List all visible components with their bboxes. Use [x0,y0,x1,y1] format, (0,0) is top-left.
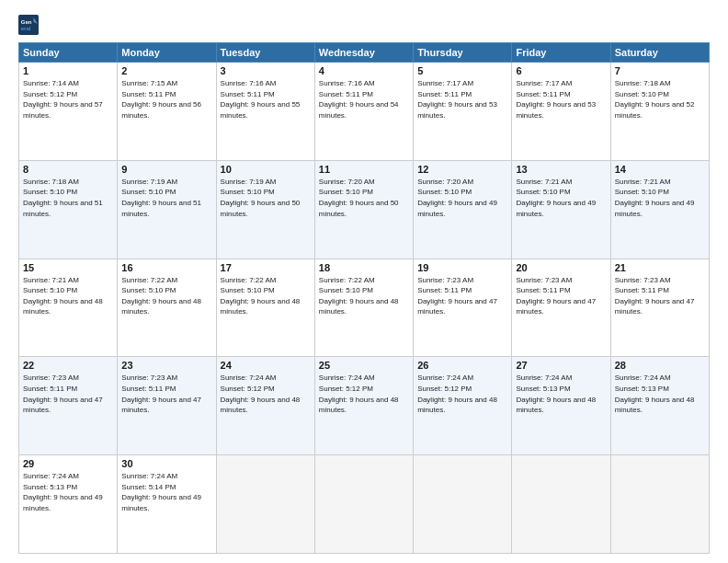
cell-content: Sunrise: 7:21 AMSunset: 5:10 PMDaylight:… [615,177,705,219]
table-row [216,455,314,554]
col-tuesday: Tuesday [216,43,314,63]
day-number: 29 [23,458,113,469]
table-row: 22Sunrise: 7:23 AMSunset: 5:11 PMDayligh… [19,357,118,455]
col-wednesday: Wednesday [314,43,413,63]
cell-content: Sunrise: 7:18 AMSunset: 5:10 PMDaylight:… [23,177,113,219]
table-row: 15Sunrise: 7:21 AMSunset: 5:10 PMDayligh… [19,259,118,357]
table-row: 29Sunrise: 7:24 AMSunset: 5:13 PMDayligh… [19,455,118,554]
day-number: 11 [319,164,409,175]
logo: Gen eral [18,15,42,35]
day-number: 10 [221,164,311,175]
day-number: 30 [121,458,211,469]
col-sunday: Sunday [19,43,118,63]
cell-content: Sunrise: 7:17 AMSunset: 5:11 PMDaylight:… [516,78,606,121]
day-number: 2 [121,65,211,76]
table-row: 26Sunrise: 7:24 AMSunset: 5:12 PMDayligh… [414,357,512,455]
cell-content: Sunrise: 7:24 AMSunset: 5:14 PMDaylight:… [121,471,211,513]
calendar-week-row: 1Sunrise: 7:14 AMSunset: 5:12 PMDaylight… [19,63,710,161]
day-number: 5 [417,65,507,76]
day-number: 15 [23,262,113,273]
table-row: 12Sunrise: 7:20 AMSunset: 5:10 PMDayligh… [414,160,512,259]
cell-content: Sunrise: 7:19 AMSunset: 5:10 PMDaylight:… [121,177,211,219]
day-number: 7 [615,65,705,76]
table-row: 13Sunrise: 7:21 AMSunset: 5:10 PMDayligh… [512,160,610,259]
table-row: 4Sunrise: 7:16 AMSunset: 5:11 PMDaylight… [314,63,413,161]
cell-content: Sunrise: 7:24 AMSunset: 5:12 PMDaylight:… [319,373,409,415]
calendar-week-row: 8Sunrise: 7:18 AMSunset: 5:10 PMDaylight… [19,160,710,259]
day-number: 26 [417,360,507,371]
day-number: 9 [121,164,211,175]
cell-content: Sunrise: 7:24 AMSunset: 5:13 PMDaylight:… [23,471,113,513]
table-row: 1Sunrise: 7:14 AMSunset: 5:12 PMDaylight… [19,63,118,161]
cell-content: Sunrise: 7:17 AMSunset: 5:11 PMDaylight:… [417,78,507,121]
day-number: 3 [221,65,311,76]
logo-icon: Gen eral [18,15,39,35]
calendar-week-row: 22Sunrise: 7:23 AMSunset: 5:11 PMDayligh… [19,357,710,455]
cell-content: Sunrise: 7:23 AMSunset: 5:11 PMDaylight:… [516,275,606,317]
day-number: 16 [121,262,211,273]
day-number: 8 [23,164,113,175]
cell-content: Sunrise: 7:24 AMSunset: 5:12 PMDaylight:… [221,373,311,415]
table-row: 14Sunrise: 7:21 AMSunset: 5:10 PMDayligh… [610,160,709,259]
calendar-week-row: 15Sunrise: 7:21 AMSunset: 5:10 PMDayligh… [19,259,710,357]
day-number: 23 [121,360,211,371]
cell-content: Sunrise: 7:14 AMSunset: 5:12 PMDaylight:… [23,78,113,121]
day-number: 4 [319,65,409,76]
col-friday: Friday [512,43,610,63]
cell-content: Sunrise: 7:15 AMSunset: 5:11 PMDaylight:… [121,78,211,121]
page: Gen eral Sunday Monday Tuesday Wednesday [0,0,728,563]
col-thursday: Thursday [414,43,512,63]
day-number: 22 [23,360,113,371]
cell-content: Sunrise: 7:24 AMSunset: 5:13 PMDaylight:… [615,373,705,415]
day-number: 6 [516,65,606,76]
cell-content: Sunrise: 7:18 AMSunset: 5:10 PMDaylight:… [615,78,705,121]
cell-content: Sunrise: 7:21 AMSunset: 5:10 PMDaylight:… [23,275,113,317]
table-row [314,455,413,554]
day-number: 17 [221,262,311,273]
table-row: 6Sunrise: 7:17 AMSunset: 5:11 PMDaylight… [512,63,610,161]
table-row: 9Sunrise: 7:19 AMSunset: 5:10 PMDaylight… [118,160,216,259]
day-number: 28 [615,360,705,371]
day-number: 18 [319,262,409,273]
col-saturday: Saturday [610,43,709,63]
day-number: 19 [417,262,507,273]
table-row: 20Sunrise: 7:23 AMSunset: 5:11 PMDayligh… [512,259,610,357]
cell-content: Sunrise: 7:23 AMSunset: 5:11 PMDaylight:… [615,275,705,317]
table-row: 10Sunrise: 7:19 AMSunset: 5:10 PMDayligh… [216,160,314,259]
day-number: 14 [615,164,705,175]
cell-content: Sunrise: 7:22 AMSunset: 5:10 PMDaylight:… [121,275,211,317]
table-row: 7Sunrise: 7:18 AMSunset: 5:10 PMDaylight… [610,63,709,161]
table-row: 8Sunrise: 7:18 AMSunset: 5:10 PMDaylight… [19,160,118,259]
col-monday: Monday [118,43,216,63]
cell-content: Sunrise: 7:23 AMSunset: 5:11 PMDaylight:… [23,373,113,415]
header: Gen eral [18,15,710,35]
table-row: 16Sunrise: 7:22 AMSunset: 5:10 PMDayligh… [118,259,216,357]
calendar-week-row: 29Sunrise: 7:24 AMSunset: 5:13 PMDayligh… [19,455,710,554]
cell-content: Sunrise: 7:24 AMSunset: 5:12 PMDaylight:… [417,373,507,415]
table-row: 25Sunrise: 7:24 AMSunset: 5:12 PMDayligh… [314,357,413,455]
table-row: 24Sunrise: 7:24 AMSunset: 5:12 PMDayligh… [216,357,314,455]
cell-content: Sunrise: 7:24 AMSunset: 5:13 PMDaylight:… [516,373,606,415]
day-number: 20 [516,262,606,273]
day-number: 25 [319,360,409,371]
table-row: 5Sunrise: 7:17 AMSunset: 5:11 PMDaylight… [414,63,512,161]
day-number: 12 [417,164,507,175]
cell-content: Sunrise: 7:16 AMSunset: 5:11 PMDaylight:… [319,78,409,121]
table-row [512,455,610,554]
cell-content: Sunrise: 7:16 AMSunset: 5:11 PMDaylight:… [221,78,311,121]
day-number: 21 [615,262,705,273]
day-number: 24 [221,360,311,371]
cell-content: Sunrise: 7:23 AMSunset: 5:11 PMDaylight:… [417,275,507,317]
table-row: 17Sunrise: 7:22 AMSunset: 5:10 PMDayligh… [216,259,314,357]
cell-content: Sunrise: 7:20 AMSunset: 5:10 PMDaylight:… [319,177,409,219]
svg-text:Gen: Gen [21,19,32,25]
cell-content: Sunrise: 7:23 AMSunset: 5:11 PMDaylight:… [121,373,211,415]
calendar-table: Sunday Monday Tuesday Wednesday Thursday… [18,42,710,554]
cell-content: Sunrise: 7:22 AMSunset: 5:10 PMDaylight:… [221,275,311,317]
table-row: 3Sunrise: 7:16 AMSunset: 5:11 PMDaylight… [216,63,314,161]
table-row: 2Sunrise: 7:15 AMSunset: 5:11 PMDaylight… [118,63,216,161]
table-row: 27Sunrise: 7:24 AMSunset: 5:13 PMDayligh… [512,357,610,455]
cell-content: Sunrise: 7:22 AMSunset: 5:10 PMDaylight:… [319,275,409,317]
svg-text:eral: eral [21,26,31,31]
cell-content: Sunrise: 7:20 AMSunset: 5:10 PMDaylight:… [417,177,507,219]
